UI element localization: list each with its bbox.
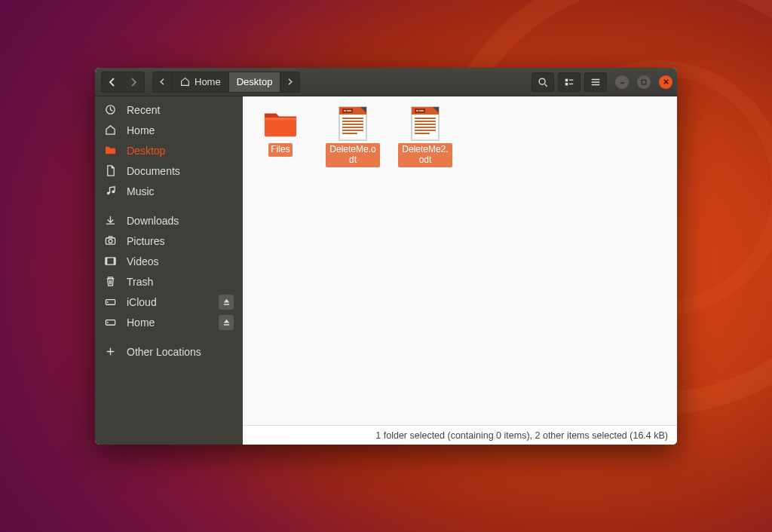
svg-rect-5	[642, 80, 646, 84]
svg-rect-19	[344, 110, 346, 112]
breadcrumb-current[interactable]: Desktop	[229, 72, 281, 92]
sidebar-item-label: Downloads	[127, 215, 179, 227]
sidebar-item-other[interactable]: Other Locations	[95, 341, 243, 362]
view-toggle-button[interactable]	[558, 72, 581, 92]
file-grid[interactable]: FilesDeleteMe.odtDeleteMe2.odt	[243, 96, 677, 425]
sidebar-item-label: Trash	[127, 276, 153, 288]
svg-rect-4	[569, 83, 573, 84]
home-icon	[104, 124, 116, 136]
file-manager-window: Home Desktop	[95, 68, 677, 445]
svg-rect-21	[342, 118, 363, 119]
svg-point-8	[109, 240, 112, 243]
sidebar-item-label: Other Locations	[127, 346, 201, 358]
titlebar-right	[532, 72, 672, 92]
sidebar-item-downloads[interactable]: Downloads	[95, 210, 243, 231]
breadcrumb-current-label: Desktop	[237, 76, 273, 87]
breadcrumb-next-button[interactable]	[280, 72, 299, 92]
svg-rect-1	[565, 78, 568, 81]
sidebar-item-recent[interactable]: Recent	[95, 99, 243, 120]
svg-point-15	[106, 322, 108, 323]
window-body: RecentHomeDesktopDocumentsMusicDownloads…	[95, 96, 677, 445]
nav-buttons	[101, 72, 145, 93]
sidebar-item-label: Videos	[127, 255, 159, 268]
status-bar: 1 folder selected (containing 0 items), …	[243, 425, 677, 445]
camera-icon	[104, 235, 116, 246]
svg-rect-34	[415, 124, 436, 125]
svg-rect-33	[415, 121, 436, 122]
sidebar-item-desktop[interactable]: Desktop	[95, 140, 243, 161]
sidebar-item-mhome[interactable]: Home	[95, 312, 243, 332]
sidebar-item-music[interactable]: Music	[95, 181, 243, 201]
svg-rect-2	[565, 82, 568, 85]
sidebar-item-trash[interactable]: Trash	[95, 271, 243, 292]
svg-rect-37	[415, 133, 430, 134]
sidebar-item-label: Recent	[127, 104, 160, 116]
svg-rect-25	[342, 130, 363, 131]
sidebar-item-home[interactable]: Home	[95, 120, 243, 140]
file-label: Files	[268, 143, 292, 157]
svg-rect-30	[416, 110, 418, 112]
file-label: DeleteMe2.odt	[398, 143, 452, 167]
clock-icon	[104, 104, 116, 115]
minimize-button[interactable]	[615, 75, 629, 89]
sidebar: RecentHomeDesktopDocumentsMusicDownloads…	[95, 96, 243, 445]
svg-point-0	[539, 78, 545, 84]
svg-rect-32	[415, 118, 436, 119]
sidebar-item-icloud[interactable]: iCloud	[95, 292, 243, 312]
file-item[interactable]: DeleteMe2.odt	[398, 107, 452, 167]
grid-list-icon	[564, 77, 574, 87]
sidebar-item-label: Desktop	[127, 145, 165, 157]
svg-rect-23	[342, 124, 363, 125]
folder-icon	[262, 107, 299, 140]
download-icon	[104, 215, 116, 226]
breadcrumb-home[interactable]: Home	[173, 72, 229, 92]
svg-rect-24	[342, 127, 363, 128]
svg-rect-10	[105, 258, 106, 264]
folder-icon	[104, 145, 116, 156]
sidebar-item-videos[interactable]: Videos	[95, 251, 243, 271]
sidebar-item-label: Pictures	[127, 235, 165, 247]
status-text: 1 folder selected (containing 0 items), …	[375, 430, 668, 441]
main-area: FilesDeleteMe.odtDeleteMe2.odt 1 folder …	[243, 96, 677, 445]
svg-rect-20	[347, 110, 351, 112]
folder-item[interactable]: Files	[253, 107, 308, 157]
svg-rect-36	[415, 130, 436, 131]
video-icon	[104, 255, 116, 267]
close-button[interactable]	[659, 75, 672, 89]
back-button[interactable]	[102, 72, 123, 92]
hamburger-icon	[590, 77, 601, 87]
document-icon	[104, 165, 116, 176]
breadcrumb-prev-button[interactable]	[153, 72, 173, 92]
titlebar: Home Desktop	[95, 68, 677, 96]
home-icon	[180, 77, 190, 87]
document-icon	[335, 107, 371, 140]
breadcrumb: Home Desktop	[152, 72, 300, 93]
music-icon	[104, 185, 116, 197]
drive-icon	[104, 296, 116, 307]
svg-rect-22	[342, 121, 363, 122]
document-icon	[407, 107, 443, 140]
svg-rect-26	[342, 133, 357, 134]
hamburger-menu-button[interactable]	[584, 72, 607, 92]
file-item[interactable]: DeleteMe.odt	[326, 107, 380, 167]
file-label: DeleteMe.odt	[326, 143, 380, 167]
sidebar-item-label: Home	[127, 316, 155, 329]
search-icon	[538, 77, 548, 87]
svg-point-13	[106, 301, 108, 303]
plus-icon	[104, 346, 116, 357]
svg-rect-35	[415, 127, 436, 128]
svg-rect-11	[113, 258, 115, 264]
sidebar-item-label: Music	[127, 185, 155, 197]
forward-button[interactable]	[123, 72, 144, 92]
maximize-button[interactable]	[637, 75, 651, 89]
sidebar-item-documents[interactable]: Documents	[95, 161, 243, 181]
sidebar-item-pictures[interactable]: Pictures	[95, 231, 243, 251]
sidebar-item-label: Documents	[127, 165, 180, 177]
drive-icon	[104, 316, 116, 328]
sidebar-item-label: iCloud	[127, 296, 157, 308]
eject-button[interactable]	[219, 315, 234, 330]
trash-icon	[104, 276, 116, 287]
eject-button[interactable]	[219, 295, 234, 310]
search-button[interactable]	[532, 72, 554, 92]
svg-rect-31	[419, 110, 424, 112]
